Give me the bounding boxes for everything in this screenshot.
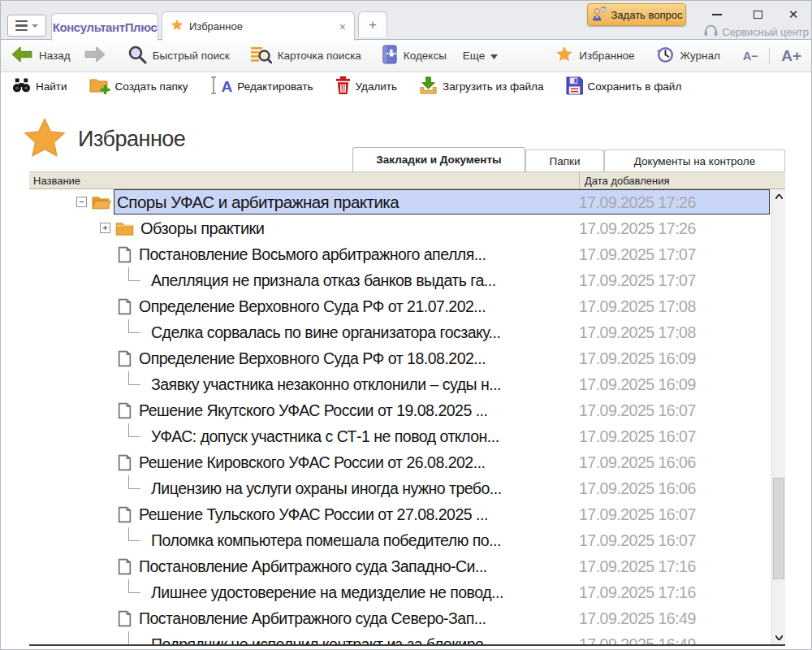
tree-folder-row[interactable]: +Обзоры практики17.09.2025 17:26 bbox=[29, 215, 771, 241]
view-tabs: Закладки и Документы Папки Документы на … bbox=[352, 147, 785, 171]
favorites-list: −Споры УФАС и арбитражная практика17.09.… bbox=[29, 189, 785, 646]
item-date-added: 17.09.2025 17:16 bbox=[579, 579, 696, 605]
tree-document-row[interactable]: Решение Кировского УФАС России от 26.08.… bbox=[29, 449, 771, 475]
item-date-added: 17.09.2025 17:08 bbox=[579, 293, 696, 319]
tree-connector bbox=[128, 267, 140, 281]
tree-document-row[interactable]: Постановление Восьмого арбитражного апел… bbox=[29, 241, 771, 267]
minimize-button[interactable] bbox=[707, 5, 727, 24]
new-tab-button[interactable]: + bbox=[358, 11, 387, 37]
item-date-added: 17.09.2025 17:26 bbox=[579, 215, 696, 241]
load-from-file-button[interactable]: Загрузить из файла bbox=[419, 76, 543, 98]
scroll-down-button[interactable] bbox=[772, 630, 785, 644]
app-logo[interactable]: КонсультантПлюс bbox=[51, 13, 158, 41]
font-increase-button[interactable]: A+ bbox=[781, 47, 801, 65]
main-menu-button[interactable] bbox=[7, 15, 46, 37]
back-label: Назад bbox=[39, 50, 71, 62]
journal-button[interactable]: Журнал bbox=[656, 46, 720, 67]
forward-arrow-icon bbox=[84, 46, 106, 66]
tree-document-row[interactable]: Подрядчик не исполнил контракт из-за бло… bbox=[29, 631, 771, 646]
person-question-icon: ? bbox=[591, 6, 607, 24]
create-folder-button[interactable]: Создать папку bbox=[89, 76, 188, 97]
forward-button[interactable] bbox=[84, 46, 106, 66]
item-title: Споры УФАС и арбитражная практика bbox=[117, 189, 399, 215]
column-date-added[interactable]: Дата добавления bbox=[579, 172, 785, 188]
more-button[interactable]: Еще bbox=[463, 50, 498, 62]
card-search-icon bbox=[251, 45, 272, 67]
scrollbar-thumb[interactable] bbox=[773, 478, 784, 579]
item-date-added: 17.09.2025 16:49 bbox=[579, 631, 696, 646]
app-logo-text: КонсультантПлюс bbox=[53, 20, 158, 34]
item-title: Решение Кировского УФАС России от 26.08.… bbox=[139, 449, 485, 475]
tab-close-icon[interactable]: × bbox=[339, 20, 346, 33]
tree-document-row[interactable]: Заявку участника незаконно отклонили – с… bbox=[29, 371, 771, 397]
quick-search-button[interactable]: Быстрый поиск bbox=[127, 45, 230, 67]
expand-box[interactable]: + bbox=[100, 223, 110, 233]
item-date-added: 17.09.2025 17:08 bbox=[579, 319, 696, 345]
tree-folder-row[interactable]: −Споры УФАС и арбитражная практика17.09.… bbox=[29, 189, 771, 215]
vertical-scrollbar[interactable] bbox=[771, 189, 785, 644]
document-icon bbox=[118, 298, 132, 318]
tree-document-row[interactable]: Решение Якутского УФАС России от 19.08.2… bbox=[29, 397, 771, 423]
main-toolbar: Назад Быстрый поиск Карточка поиска Коде… bbox=[1, 40, 811, 72]
edit-button[interactable]: A Редактировать bbox=[210, 76, 313, 97]
trash-icon bbox=[335, 76, 351, 98]
item-date-added: 17.09.2025 16:07 bbox=[579, 527, 696, 553]
favorites-label: Избранное bbox=[579, 50, 634, 62]
tree-document-row[interactable]: Определение Верховного Суда РФ от 18.08.… bbox=[29, 345, 771, 371]
search-card-label: Карточка поиска bbox=[278, 50, 361, 62]
tree-document-row[interactable]: Постановление Арбитражного суда Западно-… bbox=[29, 553, 771, 579]
tree-document-row[interactable]: Апелляция не признала отказ банков выдат… bbox=[29, 267, 771, 293]
folder-plus-icon bbox=[89, 76, 110, 97]
item-title: Лишнее удостоверение на медизделие не по… bbox=[151, 579, 503, 605]
create-folder-label: Создать папку bbox=[115, 80, 188, 93]
tab-bookmarks-documents[interactable]: Закладки и Документы bbox=[352, 147, 525, 171]
column-name[interactable]: Название bbox=[33, 175, 80, 187]
hamburger-icon bbox=[15, 20, 28, 32]
tree-document-row[interactable]: Сделка сорвалась по вине организатора го… bbox=[29, 319, 771, 345]
font-decrease-button[interactable]: A− bbox=[743, 50, 758, 63]
item-date-added: 17.09.2025 16:07 bbox=[579, 423, 696, 449]
item-title: Обзоры практики bbox=[140, 215, 265, 241]
delete-label: Удалить bbox=[356, 80, 398, 93]
scroll-up-button[interactable] bbox=[772, 189, 785, 203]
close-button[interactable]: ✕ bbox=[784, 5, 803, 24]
item-title: Постановление Восьмого арбитражного апел… bbox=[139, 241, 486, 267]
collapse-box[interactable]: − bbox=[76, 197, 87, 207]
save-icon bbox=[566, 76, 583, 98]
tree-document-row[interactable]: Решение Тульского УФАС России от 27.08.2… bbox=[29, 501, 771, 527]
codes-button[interactable]: Кодексы bbox=[381, 45, 447, 67]
minimize-icon bbox=[712, 14, 722, 15]
maximize-button[interactable] bbox=[748, 5, 767, 24]
save-to-file-button[interactable]: Сохранить в файл bbox=[566, 76, 682, 98]
page-title: Избранное bbox=[78, 127, 185, 152]
service-center[interactable]: Сервисный центр bbox=[704, 25, 809, 39]
search-card-button[interactable]: Карточка поиска bbox=[251, 45, 361, 67]
tree-document-row[interactable]: Постановление Арбитражного суда Северо-З… bbox=[29, 605, 771, 631]
list-header: Название Дата добавления bbox=[29, 171, 785, 189]
tree-document-row[interactable]: Лицензию на услуги охраны иногда нужно т… bbox=[29, 475, 771, 501]
tree-document-row[interactable]: Лишнее удостоверение на медизделие не по… bbox=[29, 579, 771, 605]
find-button[interactable]: Найти bbox=[12, 77, 67, 96]
back-button[interactable]: Назад bbox=[11, 46, 71, 66]
item-title: Поломка компьютера помешала победителю п… bbox=[151, 527, 501, 553]
star-icon bbox=[171, 19, 184, 34]
magnifier-icon bbox=[127, 45, 147, 67]
delete-button[interactable]: Удалить bbox=[335, 76, 398, 98]
item-title: УФАС: допуск участника с СТ-1 не повод о… bbox=[151, 423, 499, 449]
document-icon bbox=[118, 350, 132, 370]
item-date-added: 17.09.2025 16:09 bbox=[579, 345, 696, 371]
tab-favorites[interactable]: Избранное × bbox=[162, 11, 355, 41]
item-title: Постановление Арбитражного суда Северо-З… bbox=[139, 605, 486, 631]
favorites-page: Избранное Закладки и Документы Папки Док… bbox=[1, 101, 811, 650]
tree-document-row[interactable]: Определение Верховного Суда РФ от 21.07.… bbox=[29, 293, 771, 319]
item-date-added: 17.09.2025 16:06 bbox=[579, 475, 696, 501]
ask-question-button[interactable]: ? Задать вопрос bbox=[587, 3, 686, 26]
tree-document-row[interactable]: Поломка компьютера помешала победителю п… bbox=[29, 527, 771, 553]
service-center-label: Сервисный центр bbox=[722, 26, 809, 38]
item-date-added: 17.09.2025 16:07 bbox=[579, 501, 696, 527]
tab-folders[interactable]: Папки bbox=[525, 150, 604, 171]
tree-document-row[interactable]: УФАС: допуск участника с СТ-1 не повод о… bbox=[29, 423, 771, 449]
plus-icon: + bbox=[369, 17, 377, 33]
favorites-button[interactable]: Избранное bbox=[555, 46, 634, 66]
tab-documents-on-control[interactable]: Документы на контроле bbox=[604, 150, 785, 171]
